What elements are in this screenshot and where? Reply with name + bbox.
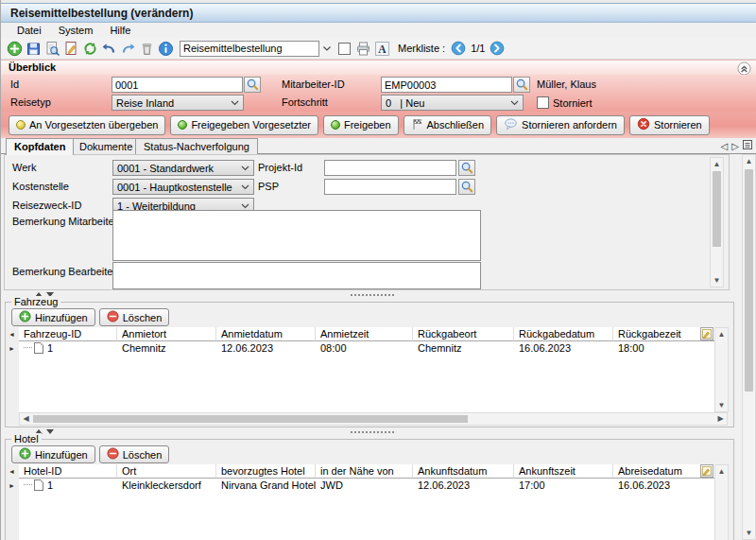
- splitter-kopfdaten-fahrzeug[interactable]: [1, 290, 756, 300]
- chevron-down-icon: [241, 184, 249, 190]
- fahrzeug-column-header[interactable]: Fahrzeug-ID: [19, 327, 117, 341]
- tab-dokumente[interactable]: Dokumente: [71, 138, 141, 154]
- undo-icon[interactable]: [100, 40, 118, 57]
- projekt-lookup-icon[interactable]: [458, 160, 475, 176]
- fahrzeug-vertical-scrollbar[interactable]: ▲ ▼: [714, 327, 729, 412]
- hotel-column-header[interactable]: Ankunftsdatum: [413, 464, 514, 479]
- scroll-down-icon[interactable]: ▼: [711, 274, 723, 287]
- scroll-down-icon[interactable]: ▼: [743, 527, 755, 539]
- scroll-right-icon[interactable]: ▶: [714, 413, 727, 425]
- hotel-table-row[interactable]: 1KleinkleckersdorfNirvana Grand HotelJWD…: [19, 479, 714, 493]
- menu-system[interactable]: System: [50, 24, 102, 38]
- storniert-checkbox[interactable]: [537, 96, 549, 109]
- scroll-up-icon[interactable]: ▲: [743, 155, 755, 167]
- fahrzeug-column-header[interactable]: Anmietort: [117, 327, 216, 341]
- scrollbar-thumb[interactable]: [745, 169, 753, 392]
- grid-header-arrow-icon[interactable]: ◄: [9, 468, 15, 476]
- hotel-add-button[interactable]: Hinzufügen: [11, 445, 95, 463]
- bemerkung-bearbeiter-textarea[interactable]: [112, 262, 481, 289]
- fahrzeug-delete-button[interactable]: Löschen: [99, 308, 170, 326]
- scroll-left-icon[interactable]: ◀: [20, 413, 32, 425]
- tab-strip: Kopfdaten Dokumente Status-Nachverfolgun…: [1, 138, 756, 154]
- stornieren-button[interactable]: Stornieren: [629, 115, 710, 135]
- merkliste-next-icon[interactable]: [488, 40, 506, 57]
- scroll-up-icon[interactable]: ▲: [715, 328, 728, 340]
- abschliessen-button[interactable]: Abschließen: [404, 115, 492, 135]
- mitarbeiter-id-input[interactable]: [381, 77, 512, 93]
- hotel-vertical-scrollbar[interactable]: ▲: [714, 464, 729, 540]
- psp-lookup-icon[interactable]: [458, 179, 475, 195]
- fahrzeug-column-header[interactable]: Anmietdatum: [216, 327, 316, 341]
- printer-icon[interactable]: [354, 40, 372, 57]
- reisetyp-select[interactable]: Reise Inland: [112, 95, 244, 111]
- splitter-fahrzeug-hotel[interactable]: [1, 427, 756, 437]
- scrollbar-thumb[interactable]: [33, 415, 468, 423]
- tab-status-nachverfolgung[interactable]: Status-Nachverfolgung: [135, 138, 258, 154]
- hotel-delete-button[interactable]: Löschen: [99, 445, 170, 463]
- column-chooser-icon[interactable]: [700, 464, 713, 478]
- save-icon[interactable]: [25, 40, 43, 57]
- hotel-column-header[interactable]: Ankunftszeit: [514, 464, 613, 479]
- fahrzeug-column-header[interactable]: Rückgabedatum: [514, 327, 613, 341]
- edit-document-icon[interactable]: [62, 40, 80, 57]
- column-chooser-icon[interactable]: [700, 327, 713, 340]
- fahrzeug-column-header[interactable]: Rückgabezeit: [613, 327, 710, 341]
- collapse-section-icon[interactable]: [737, 61, 751, 76]
- stornieren-anfordern-button[interactable]: Stornieren anfordern: [496, 115, 625, 135]
- an-vorgesetzten-uebergeben-button[interactable]: An Vorgesetzten übergeben: [9, 115, 165, 135]
- fahrzeug-horizontal-scrollbar[interactable]: ◀ ▶: [19, 412, 728, 426]
- info-icon[interactable]: [157, 40, 175, 57]
- grid-header-arrow-icon[interactable]: ◄: [9, 331, 15, 339]
- hotel-column-header[interactable]: Hotel-ID: [19, 464, 117, 479]
- projekt-id-input[interactable]: [324, 160, 456, 176]
- hotel-column-header[interactable]: Abreisedatum: [613, 464, 710, 479]
- storniert-field: Storniert: [537, 95, 593, 111]
- scrollbar-thumb[interactable]: [713, 171, 721, 247]
- tab-list-icon[interactable]: [743, 140, 752, 151]
- window-vertical-scrollbar[interactable]: ▲ ▼: [742, 154, 756, 540]
- hotel-column-header[interactable]: in der Nähe von: [316, 464, 413, 479]
- fahrzeug-column-header[interactable]: Rückgabeort: [413, 327, 514, 341]
- tab-kopfdaten[interactable]: Kopfdaten: [6, 138, 74, 155]
- scroll-up-icon[interactable]: ▲: [711, 158, 723, 170]
- title-bar[interactable]: Reisemittelbestellung (verändern): [1, 3, 756, 23]
- collapse-down-icon[interactable]: [46, 429, 54, 434]
- kopfdaten-vertical-scrollbar[interactable]: ▲ ▼: [710, 157, 724, 287]
- scroll-up-icon[interactable]: ▲: [715, 465, 728, 478]
- psp-input[interactable]: [324, 179, 456, 195]
- tab-scroll-left-icon[interactable]: ◁: [721, 141, 729, 151]
- mitarbeiter-lookup-icon[interactable]: [513, 77, 530, 93]
- menu-datei[interactable]: Datei: [9, 24, 50, 38]
- refresh-icon[interactable]: [81, 40, 99, 57]
- bemerkung-mitarbeiter-textarea[interactable]: [112, 210, 481, 261]
- add-icon[interactable]: [6, 40, 24, 57]
- splitter-handle[interactable]: [351, 294, 394, 296]
- kostenstelle-select[interactable]: 0001 - Hauptkostenstelle: [112, 179, 254, 195]
- font-search-icon[interactable]: A: [373, 40, 391, 57]
- fortschritt-select[interactable]: 0 | Neu: [381, 95, 524, 111]
- fahrzeug-table-row[interactable]: 1Chemnitz12.06.202308:00Chemnitz16.06.20…: [19, 341, 714, 356]
- freigeben-button[interactable]: Freigeben: [323, 115, 399, 135]
- splitter-handle[interactable]: [351, 431, 394, 433]
- button-label: Abschließen: [427, 119, 485, 131]
- scroll-down-icon[interactable]: ▼: [715, 399, 728, 411]
- merkliste-prev-icon[interactable]: [449, 40, 467, 57]
- werk-select[interactable]: 0001 - Standardwerk: [112, 160, 254, 176]
- id-lookup-icon[interactable]: [244, 77, 261, 93]
- fahrzeug-toolbar: Hinzufügen Löschen: [11, 308, 169, 326]
- combo-dropdown-icon[interactable]: [321, 41, 332, 57]
- bemerkung-bearbeiter-label: Bemerkung Bearbeiter: [12, 264, 116, 280]
- menu-hilfe[interactable]: Hilfe: [101, 24, 139, 38]
- tab-scroll-right-icon[interactable]: ▷: [731, 141, 739, 151]
- delete-trash-icon[interactable]: [138, 40, 156, 57]
- fahrzeug-add-button[interactable]: Hinzufügen: [11, 308, 95, 326]
- id-input[interactable]: [112, 77, 243, 93]
- freigegeben-vorgesetzter-button[interactable]: Freigegeben Vorgesetzter: [170, 115, 318, 135]
- search-combo-input[interactable]: [180, 41, 319, 57]
- hotel-column-header[interactable]: bevorzugtes Hotel: [216, 464, 316, 479]
- print-preview-icon[interactable]: [43, 40, 61, 57]
- fahrzeug-column-header[interactable]: Anmietzeit: [316, 327, 413, 341]
- redo-icon[interactable]: [119, 40, 137, 57]
- toolbar-checkbox[interactable]: [338, 43, 351, 55]
- hotel-column-header[interactable]: Ort: [117, 464, 216, 479]
